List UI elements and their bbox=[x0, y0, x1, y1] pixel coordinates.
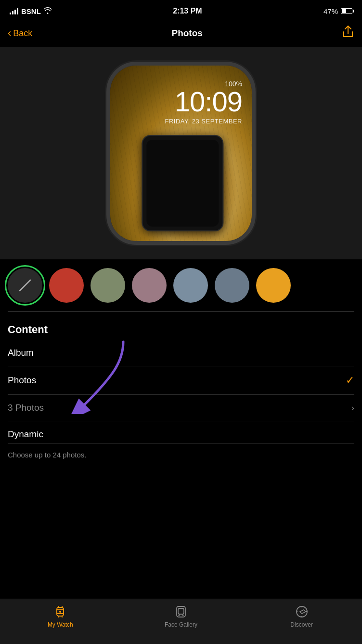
svg-rect-11 bbox=[178, 608, 184, 614]
status-left: BSNL bbox=[10, 7, 52, 15]
color-swatches-section bbox=[0, 259, 362, 311]
back-label: Back bbox=[13, 28, 32, 39]
content-section-header: Content bbox=[8, 323, 354, 336]
color-swatch-slate[interactable] bbox=[215, 268, 249, 303]
tab-face-gallery[interactable]: Face Gallery bbox=[121, 604, 242, 628]
carrier-label: BSNL bbox=[21, 7, 41, 15]
tab-discover[interactable]: Discover bbox=[241, 604, 362, 628]
signal-bars-icon bbox=[10, 8, 18, 14]
watch-time: 10:09 bbox=[165, 88, 242, 116]
check-icon: ✓ bbox=[346, 374, 354, 387]
face-gallery-icon bbox=[173, 604, 189, 619]
status-bar: BSNL 2:13 PM 47% bbox=[0, 0, 362, 21]
watch-preview-container: 100% 10:09 FRIDAY, 23 SEPTEMBER bbox=[0, 47, 362, 259]
color-swatch-steel-blue[interactable] bbox=[173, 268, 208, 303]
back-button[interactable]: ‹ Back bbox=[8, 27, 32, 40]
discover-icon bbox=[294, 604, 310, 619]
three-photos-label: 3 Photos bbox=[8, 402, 44, 413]
svg-point-9 bbox=[59, 611, 61, 613]
three-photos-container: 3 Photos › bbox=[8, 395, 354, 421]
watch-time-display: 100% 10:09 FRIDAY, 23 SEPTEMBER bbox=[165, 80, 242, 125]
photos-label: Photos bbox=[8, 375, 36, 386]
dynamic-row[interactable]: Dynamic bbox=[8, 421, 354, 444]
svg-marker-15 bbox=[300, 610, 306, 614]
nav-title: Photos bbox=[171, 28, 202, 39]
tab-my-watch[interactable]: My Watch bbox=[0, 604, 121, 628]
color-swatch-olive[interactable] bbox=[90, 268, 125, 303]
my-watch-label: My Watch bbox=[48, 621, 73, 628]
three-photos-row[interactable]: 3 Photos › bbox=[8, 395, 354, 421]
hint-text: Choose up to 24 photos. bbox=[8, 444, 354, 469]
photos-row[interactable]: Photos ✓ bbox=[8, 366, 354, 395]
tab-bar: My Watch Face Gallery Discover bbox=[0, 599, 362, 644]
nav-bar: ‹ Back Photos bbox=[0, 21, 362, 47]
wifi-icon bbox=[44, 7, 52, 15]
discover-label: Discover bbox=[290, 621, 313, 628]
phone-silhouette bbox=[142, 135, 223, 231]
face-gallery-label: Face Gallery bbox=[165, 621, 197, 628]
slash-icon bbox=[8, 268, 42, 303]
color-swatch-red[interactable] bbox=[49, 268, 84, 303]
status-right: 47% bbox=[323, 7, 352, 15]
watch-preview: 100% 10:09 FRIDAY, 23 SEPTEMBER bbox=[106, 62, 256, 245]
color-swatch-orange[interactable] bbox=[256, 268, 291, 303]
chevron-right-icon: › bbox=[351, 403, 354, 413]
album-label: Album bbox=[8, 348, 34, 358]
status-time: 2:13 PM bbox=[173, 7, 202, 15]
watch-date: FRIDAY, 23 SEPTEMBER bbox=[165, 118, 242, 125]
album-row[interactable]: Album bbox=[8, 340, 354, 366]
dynamic-label: Dynamic bbox=[8, 429, 43, 439]
back-chevron-icon: ‹ bbox=[8, 27, 11, 40]
battery-percentage: 47% bbox=[323, 7, 338, 15]
svg-line-0 bbox=[20, 280, 30, 291]
battery-icon bbox=[341, 8, 352, 14]
color-swatch-mauve[interactable] bbox=[132, 268, 167, 303]
content-section: Content Album Photos ✓ 3 Photos › bbox=[0, 312, 362, 469]
my-watch-icon bbox=[52, 604, 68, 619]
share-button[interactable] bbox=[342, 25, 354, 41]
color-swatch-selected[interactable] bbox=[8, 268, 42, 303]
